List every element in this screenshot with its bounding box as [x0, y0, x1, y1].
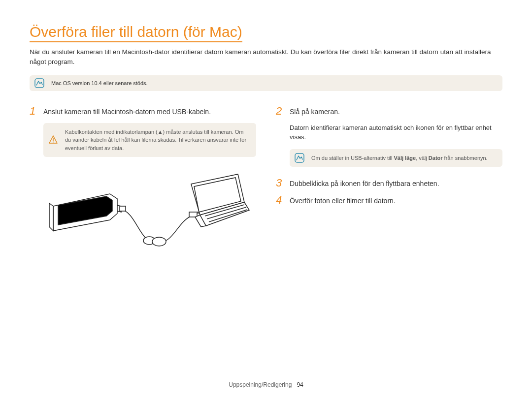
note-icon [295, 153, 304, 163]
step-1: 1 Anslut kameran till Macintosh-datorn m… [30, 106, 256, 117]
step-text: Överför foton eller filmer till datorn. [290, 195, 396, 206]
left-column: 1 Anslut kameran till Macintosh-datorn m… [30, 106, 256, 258]
step-2: 2 Slå på kameran. [276, 106, 502, 117]
step-number: 2 [276, 106, 285, 117]
right-column: 2 Slå på kameran. Datorn identifierar ka… [276, 106, 502, 258]
content-columns: 1 Anslut kameran till Macintosh-datorn m… [30, 106, 502, 258]
step-text: Slå på kameran. [290, 106, 340, 117]
note-icon [34, 78, 44, 88]
step-text: Dubbelklicka på ikonen för den flyttbara… [290, 178, 439, 189]
footer-page-number: 94 [297, 381, 303, 388]
document-page: Överföra filer till datorn (för Mac) När… [0, 0, 532, 401]
step-3: 3 Dubbelklicka på ikonen för den flyttba… [276, 178, 502, 189]
connection-illustration [43, 167, 256, 257]
step-number: 3 [276, 178, 285, 188]
cable-warning: Kabelkontakten med indikatorlampan (▲) m… [43, 123, 256, 157]
os-support-note: Mac OS version 10.4 eller senare stöds. [30, 75, 502, 91]
page-footer: Uppspelning/Redigering 94 [0, 381, 532, 388]
warning-icon [48, 135, 58, 145]
page-title: Överföra filer till datorn (för Mac) [30, 24, 242, 42]
warning-text: Kabelkontakten med indikatorlampan (▲) m… [65, 129, 246, 151]
tip-text: Om du ställer in USB-alternativ till Väl… [311, 155, 488, 161]
step-number: 1 [30, 106, 38, 117]
step-text: Anslut kameran till Macintosh-datorn med… [43, 106, 211, 117]
step-4: 4 Överför foton eller filmer till datorn… [276, 195, 502, 206]
usb-mode-tip: Om du ställer in USB-alternativ till Väl… [290, 149, 502, 167]
footer-section: Uppspelning/Redigering [229, 381, 292, 388]
svg-point-5 [152, 237, 166, 246]
svg-point-2 [53, 142, 54, 143]
intro-paragraph: När du ansluter kameran till en Macintos… [30, 47, 502, 67]
step-number: 4 [276, 195, 285, 206]
step-2-description: Datorn identifierar kameran automatiskt … [290, 123, 502, 142]
svg-rect-3 [120, 206, 126, 211]
os-support-text: Mac OS version 10.4 eller senare stöds. [51, 80, 148, 86]
